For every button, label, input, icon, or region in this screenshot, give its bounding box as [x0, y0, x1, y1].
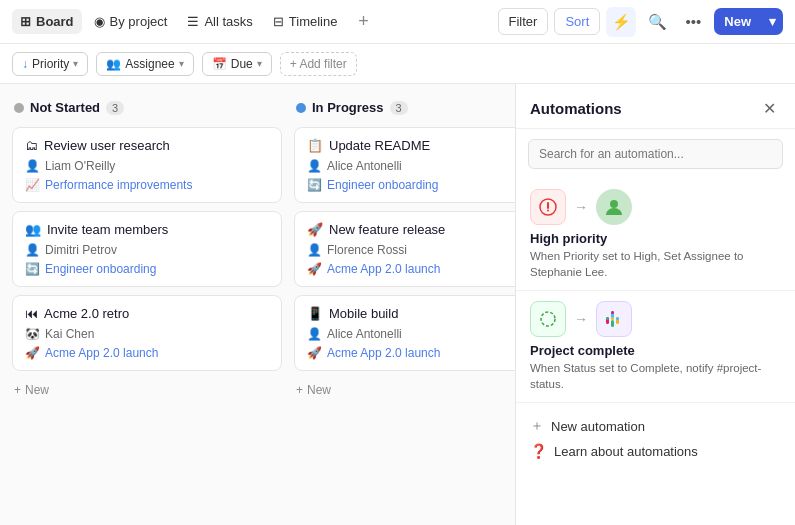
filter-bar: ↓ Priority ▾ 👥 Assignee ▾ 📅 Due ▾ + Add … [0, 44, 795, 84]
add-view-button[interactable]: + [349, 8, 377, 36]
card-title: 🗂 Review user research [25, 138, 269, 153]
automation-name: Project complete [530, 343, 781, 358]
card-meta: 👤 Dimitri Petrov [25, 243, 269, 257]
tab-by-project[interactable]: ◉ By project [86, 9, 176, 34]
trigger-icon-project-complete [530, 301, 566, 337]
card-title: 📱 Mobile build [307, 306, 515, 321]
new-button-arrow: ▾ [762, 8, 783, 35]
in-progress-count: 3 [390, 101, 408, 115]
assignee-chevron-icon: ▾ [179, 58, 184, 69]
tab-all-tasks[interactable]: ☰ All tasks [179, 9, 260, 34]
in-progress-new-button[interactable]: + New [294, 379, 515, 401]
card-tag: 🔄 Engineer onboarding [307, 178, 515, 192]
due-filter[interactable]: 📅 Due ▾ [202, 52, 272, 76]
card-acme-retro[interactable]: ⏮ Acme 2.0 retro 🐼 Kai Chen 🚀 Acme App 2… [12, 295, 282, 371]
due-label: Due [231, 57, 253, 71]
tag-icon: 🚀 [307, 346, 322, 360]
card-mobile-build[interactable]: 📱 Mobile build 👤 Alice Antonelli 🚀 Acme … [294, 295, 515, 371]
tag-icon: 🔄 [307, 178, 322, 192]
result-avatar-high-priority [596, 189, 632, 225]
card-tag: 🔄 Engineer onboarding [25, 262, 269, 276]
help-icon: ❓ [530, 443, 547, 459]
more-button[interactable]: ••• [678, 7, 708, 37]
not-started-new-button[interactable]: + New [12, 379, 282, 401]
plus-icon: ＋ [530, 417, 544, 435]
card-update-readme[interactable]: 📋 Update README 👤 Alice Antonelli 🔄 Engi… [294, 127, 515, 203]
card-icon: 🗂 [25, 138, 38, 153]
tab-timeline-label: Timeline [289, 14, 338, 29]
add-filter-button[interactable]: + Add filter [280, 52, 357, 76]
card-new-feature-release[interactable]: 🚀 New feature release 👤 Florence Rossi 🚀… [294, 211, 515, 287]
priority-chevron-icon: ▾ [73, 58, 78, 69]
tasks-icon: ☰ [187, 14, 199, 29]
person-icon: 👤 [25, 243, 40, 257]
automation-name: High priority [530, 231, 781, 246]
column-not-started: Not Started 3 🗂 Review user research 👤 L… [12, 96, 282, 513]
automation-flow: → [530, 189, 781, 225]
card-title: 📋 Update README [307, 138, 515, 153]
svg-rect-10 [606, 317, 609, 320]
card-meta: 👤 Alice Antonelli [307, 327, 515, 341]
trigger-icon-high-priority [530, 189, 566, 225]
card-meta: 👤 Florence Rossi [307, 243, 515, 257]
new-row-label: New [307, 383, 331, 397]
card-title: ⏮ Acme 2.0 retro [25, 306, 269, 321]
tab-timeline[interactable]: ⊟ Timeline [265, 9, 346, 34]
automation-search-input[interactable] [528, 139, 783, 169]
close-panel-button[interactable]: ✕ [757, 96, 781, 120]
due-icon: 📅 [212, 57, 227, 71]
learn-automations-button[interactable]: ❓ Learn about automations [530, 443, 781, 459]
card-invite-team-members[interactable]: 👥 Invite team members 👤 Dimitri Petrov 🔄… [12, 211, 282, 287]
panel-header: Automations ✕ [516, 84, 795, 129]
assignee-filter[interactable]: 👥 Assignee ▾ [96, 52, 193, 76]
column-in-progress: In Progress 3 📋 Update README 👤 Alice An… [294, 96, 515, 513]
tab-board-label: Board [36, 14, 74, 29]
card-icon: 🚀 [307, 222, 323, 237]
card-tag: 🚀 Acme App 2.0 launch [307, 346, 515, 360]
new-automation-button[interactable]: ＋ New automation [530, 417, 781, 435]
assignee-icon: 👥 [106, 57, 121, 71]
assignee-label: Assignee [125, 57, 174, 71]
card-review-user-research[interactable]: 🗂 Review user research 👤 Liam O'Reilly 📈… [12, 127, 282, 203]
svg-point-4 [541, 312, 555, 326]
panel-footer: ＋ New automation ❓ Learn about automatio… [516, 407, 795, 469]
filter-button[interactable]: Filter [498, 8, 549, 35]
result-slack-icon [596, 301, 632, 337]
person-icon: 👤 [25, 159, 40, 173]
new-button-label: New [714, 8, 761, 35]
svg-rect-12 [611, 311, 614, 314]
automations-panel: Automations ✕ → [515, 84, 795, 525]
board-area: Not Started 3 🗂 Review user research 👤 L… [0, 84, 515, 525]
card-meta: 👤 Alice Antonelli [307, 159, 515, 173]
person-icon: 👤 [307, 243, 322, 257]
new-button[interactable]: New ▾ [714, 8, 783, 35]
card-icon: 👥 [25, 222, 41, 237]
board-icon: ⊞ [20, 14, 31, 29]
top-nav: ⊞ Board ◉ By project ☰ All tasks ⊟ Timel… [0, 0, 795, 44]
not-started-title: Not Started [30, 100, 100, 115]
search-button[interactable]: 🔍 [642, 7, 672, 37]
arrow-icon: → [574, 199, 588, 215]
arrow-icon: → [574, 311, 588, 327]
card-meta: 🐼 Kai Chen [25, 327, 269, 341]
card-tag: 🚀 Acme App 2.0 launch [25, 346, 269, 360]
new-row-icon: + [14, 383, 21, 397]
tab-by-project-label: By project [110, 14, 168, 29]
tab-board[interactable]: ⊞ Board [12, 9, 82, 34]
learn-automations-label: Learn about automations [554, 444, 698, 459]
sort-button[interactable]: Sort [554, 8, 600, 35]
in-progress-title: In Progress [312, 100, 384, 115]
person-icon: 🐼 [25, 327, 40, 341]
svg-point-3 [610, 200, 618, 208]
tag-icon: 🚀 [307, 262, 322, 276]
card-icon: 📱 [307, 306, 323, 321]
tag-icon: 🔄 [25, 262, 40, 276]
priority-filter[interactable]: ↓ Priority ▾ [12, 52, 88, 76]
priority-label: Priority [32, 57, 69, 71]
svg-rect-7 [611, 320, 614, 327]
project-icon: ◉ [94, 14, 105, 29]
nav-right: Filter Sort ⚡ 🔍 ••• New ▾ [498, 7, 783, 37]
panel-title: Automations [530, 100, 622, 117]
card-icon: 📋 [307, 138, 323, 153]
lightning-button[interactable]: ⚡ [606, 7, 636, 37]
